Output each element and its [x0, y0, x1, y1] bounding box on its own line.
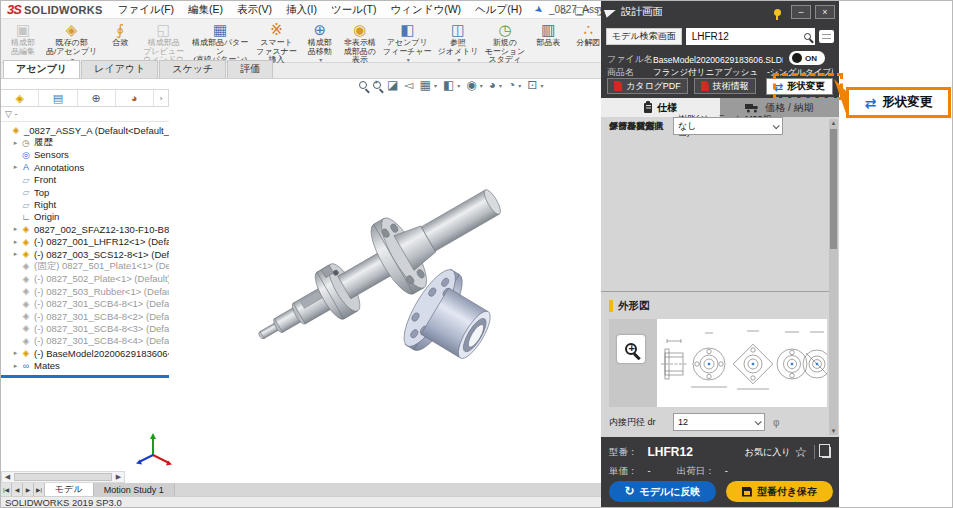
propertymanager-tab-icon[interactable]: ▤ [39, 90, 77, 106]
expand-arrow-icon[interactable]: ▸ [11, 349, 20, 357]
scroll-up-icon[interactable]: ▲ [830, 120, 837, 126]
tree-item[interactable]: ▸ A Annotations [1, 161, 169, 173]
ribbon-button[interactable]: ▦ 構成部品パターン (直線パターン) ▾ [187, 20, 253, 61]
expand-arrow-icon[interactable]: ▸ [11, 238, 20, 246]
scrollbar-thumb[interactable] [830, 129, 837, 249]
ribbon-button[interactable]: ◱ 構成部品 プレビュー ウィンドウ ▾ [140, 20, 187, 61]
tree-item[interactable]: ▸ ◎ Sensors [1, 149, 169, 161]
save-with-part-number-button[interactable]: 型番付き保存 [726, 481, 833, 502]
tree-item[interactable]: ▸ ◈ _0827_ASSY_A (Default<Default_Displ [1, 124, 169, 136]
tree-item[interactable]: ▸ ◈ (-) 0827_502_Plate<1> (Default) [1, 273, 169, 285]
hud-button[interactable]: ◅ ▾ [404, 79, 413, 92]
chevron-down-icon[interactable]: ▾ [499, 82, 502, 89]
drawing-zoom-button[interactable] [617, 335, 645, 363]
ribbon-button[interactable]: ※ スマート ファスナー 挿入 ▾ [253, 20, 300, 61]
comment-icon[interactable] [819, 30, 834, 43]
ribbon-button[interactable]: ▣ 構成部 品編集 ▾ [3, 20, 43, 61]
tree-rollback-bar[interactable] [1, 375, 169, 378]
chevron-down-icon[interactable]: ▾ [458, 56, 461, 63]
menu-item[interactable]: ヘルプ(H) [468, 1, 529, 18]
search-icon[interactable] [804, 33, 811, 40]
shape-change-button[interactable]: ⇄ 形状変更 [766, 78, 833, 95]
menu-item[interactable]: ウィンドウ(W) [383, 1, 468, 18]
chevron-down-icon[interactable]: ▾ [540, 82, 543, 89]
doc-tab[interactable]: モデル [45, 483, 94, 496]
sync-toggle[interactable]: ON [789, 51, 825, 65]
catalog-pdf-button[interactable]: カタログPDF [607, 78, 688, 94]
tree-item[interactable]: ▸ ▱ Top [1, 186, 169, 198]
ribbon-button[interactable]: ◷ 新規の モーション スタディ ▾ [482, 20, 529, 61]
menu-item[interactable]: 編集(E) [181, 1, 230, 18]
scroll-right-icon[interactable]: ▶ [113, 473, 124, 481]
graphics-viewport[interactable]: ▾ ▾ ◪ ▾ ◅ ▾ [1, 79, 601, 471]
command-manager-tab[interactable]: レイアウト [81, 60, 158, 78]
tree-item[interactable]: ▸ ◈ 0827_002_SFAZ12-130-F10-B8-P6- [1, 223, 169, 235]
panel-vertical-scrollbar[interactable]: ▲ ▼ [829, 119, 838, 435]
ribbon-button[interactable]: ∮ 合致 ▾ [100, 20, 140, 61]
tree-item[interactable]: ▸ ▱ Front [1, 174, 169, 186]
doc-tab[interactable]: Motion Study 1 [94, 483, 175, 496]
expand-arrow-icon[interactable]: ▸ [11, 250, 20, 258]
ribbon-button[interactable]: ⊕ 構成部 品移動 ▾ [300, 20, 340, 61]
tree-item[interactable]: ▸ ◈ (-) 0827_003_SCS12-8<1> (Default [1, 248, 169, 260]
chevron-down-icon[interactable]: ▾ [434, 82, 437, 89]
command-manager-tab[interactable]: 評価 [227, 60, 273, 78]
tree-item[interactable]: ▸ ◷ 履歴 [1, 136, 169, 148]
tree-item[interactable]: ▸ ∞ Mates [1, 359, 169, 371]
expand-arrow-icon[interactable]: ▸ [11, 139, 20, 147]
ribbon-button[interactable]: ◧ アセンブリ フィーチャー ▾ [380, 20, 435, 61]
apply-to-model-button[interactable]: ↻ モデルに反映 [609, 481, 716, 502]
configurationmanager-tab-icon[interactable]: ⊕ [78, 90, 116, 106]
chevron-down-icon[interactable]: ▾ [407, 56, 410, 63]
expand-arrow-icon[interactable]: ▸ [11, 225, 20, 233]
command-manager-tab[interactable]: アセンブリ [3, 60, 80, 78]
outline-drawing-thumbnail[interactable] [657, 319, 827, 407]
tree-item[interactable]: ▸ ◈ (-) 0827_301_SCB4-8<4> (Default) [1, 335, 169, 347]
expand-arrow-icon[interactable]: ▸ [11, 362, 20, 370]
spec-select[interactable]: なし [673, 117, 783, 135]
ribbon-button[interactable]: ◈ 既存の部 品/アセンブリ ▾ [43, 20, 100, 61]
displaymanager-tab-icon[interactable]: ◕ [116, 90, 154, 106]
close-button[interactable]: × [815, 5, 835, 19]
ribbon-button[interactable]: ◉ 非表示構 成部品の 表示 ▾ [340, 20, 380, 61]
hud-button[interactable]: ◧ ▾ [443, 79, 460, 92]
pin-button[interactable] [767, 4, 787, 20]
menu-item[interactable]: 挿入(I) [279, 1, 324, 18]
hud-button[interactable]: ▾ [359, 81, 367, 89]
menu-item[interactable]: 表示(V) [230, 1, 279, 18]
tree-item[interactable]: ▸ ∟ Origin [1, 211, 169, 223]
hud-button[interactable]: ◪ ▾ [387, 79, 398, 92]
chevron-down-icon[interactable]: ▾ [518, 82, 521, 89]
featuremanager-tab-icon[interactable]: ◈ [1, 90, 39, 106]
hud-button[interactable]: ⊡ ▾ [527, 79, 543, 92]
tree-item[interactable]: ▸ ◈ (-) 0827_301_SCB4-8<3> (Default) [1, 322, 169, 334]
ribbon-button[interactable]: ▥ 部品表 ▾ [528, 20, 568, 61]
scrollbar-thumb[interactable] [14, 473, 112, 481]
horizontal-scrollbar[interactable]: ◀ ▶ [1, 471, 125, 483]
model-search-screen-button[interactable]: モデル検索画面 [606, 28, 682, 45]
ribbon-button[interactable]: ◫ 参照 ジオメトリ ▾ [435, 20, 482, 61]
minimize-button[interactable]: – [791, 5, 811, 19]
hud-button[interactable]: ◕ ▾ [489, 79, 502, 92]
search-input[interactable] [690, 30, 804, 43]
tree-filter[interactable]: ▽ - [1, 107, 169, 122]
hud-button[interactable]: ▦ ▾ [420, 79, 437, 92]
chevron-down-icon[interactable]: ▾ [319, 56, 322, 63]
assembly-3d-model[interactable] [176, 139, 566, 419]
hud-button[interactable]: ◔ ▾ [508, 79, 521, 92]
scroll-down-icon[interactable]: ▼ [830, 428, 837, 434]
favorite-button[interactable]: お気に入り ☆ [745, 446, 807, 459]
tree-item[interactable]: ▸ ◈ (-) 0827_503_Rubber<1> (Default) [1, 285, 169, 297]
copy-icon[interactable] [822, 447, 831, 458]
tree-item[interactable]: ▸ ◈ (固定) 0827_501_Plate1<1> (Defau [1, 260, 169, 272]
tree-item[interactable]: ▸ ◈ (-) 0827_301_SCB4-8<2> (Default) [1, 310, 169, 322]
tree-item[interactable]: ▸ ◈ (-) 0827_001_LHFR12<1> (Default [1, 236, 169, 248]
tab-nav-button[interactable]: ▶| [34, 483, 45, 496]
tree-item[interactable]: ▸ ◈ (-) 0827_301_SCB4-8<1> (Default) [1, 297, 169, 309]
tab-nav-button[interactable]: ▶ [23, 483, 34, 496]
menu-item[interactable]: ファイル(F) [111, 1, 181, 18]
tree-tabs-more-icon[interactable]: › [154, 94, 168, 103]
menu-pin-icon[interactable]: ➤ [532, 3, 545, 17]
hud-button[interactable]: ◉ ▾ [466, 79, 483, 92]
chevron-down-icon[interactable]: ▾ [457, 82, 460, 89]
